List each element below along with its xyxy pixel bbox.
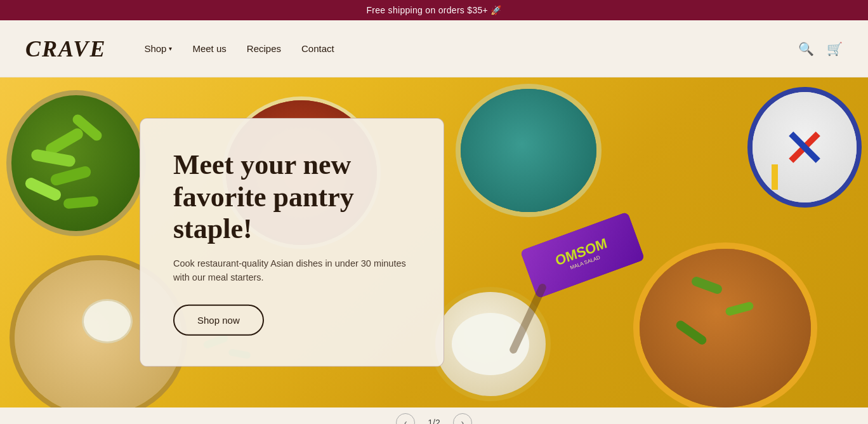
header: CRAVE Shop ▾ Meet us Recipes Contact 🔍 🛒	[0, 20, 868, 77]
plate-stir-fry	[633, 242, 817, 407]
announcement-text: Free shipping on orders $35+ 🚀	[366, 5, 501, 15]
nav-contact[interactable]: Contact	[301, 43, 334, 54]
plate-decorative	[747, 87, 862, 208]
shop-now-button[interactable]: Shop now	[173, 305, 264, 336]
arrow-right-icon: ›	[461, 418, 464, 424]
nav-recipes[interactable]: Recipes	[247, 43, 281, 54]
header-icons: 🔍 🛒	[798, 41, 843, 56]
logo[interactable]: CRAVE	[25, 36, 106, 62]
hero-card: Meet your new favorite pantry staple! Co…	[140, 118, 444, 367]
next-slide-button[interactable]: ›	[453, 413, 472, 424]
prev-slide-button[interactable]: ‹	[396, 413, 415, 424]
arrow-left-icon: ‹	[404, 418, 407, 424]
nav-meet-us[interactable]: Meet us	[192, 43, 226, 54]
hero-pagination: ‹ 1/2 ›	[0, 407, 868, 424]
plate-edamame	[6, 90, 146, 236]
announcement-bar: Free shipping on orders $35+ 🚀	[0, 0, 868, 20]
slide-counter: 1/2	[428, 418, 440, 424]
plate-chicken	[456, 84, 602, 217]
nav-shop[interactable]: Shop ▾	[144, 43, 172, 54]
hero-title: Meet your new favorite pantry staple!	[173, 149, 411, 246]
main-nav: Shop ▾ Meet us Recipes Contact	[144, 43, 798, 54]
chevron-down-icon: ▾	[169, 45, 172, 52]
search-icon[interactable]: 🔍	[798, 41, 814, 56]
cart-icon[interactable]: 🛒	[827, 41, 843, 56]
hero-section: OMSOM MALA SALAD	[0, 77, 868, 407]
hero-subtitle: Cook restaurant-quality Asian dishes in …	[173, 257, 411, 285]
